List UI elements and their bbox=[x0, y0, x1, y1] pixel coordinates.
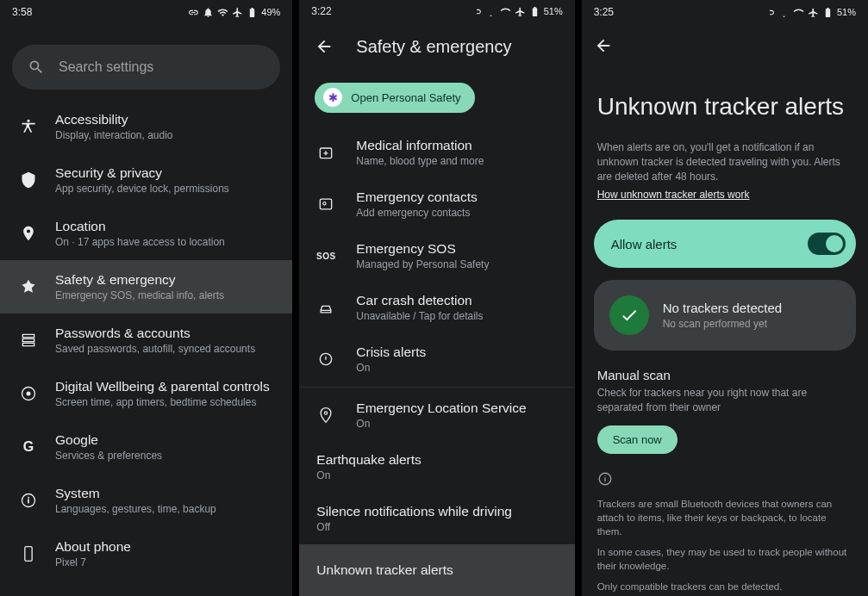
svg-point-10 bbox=[325, 412, 328, 414]
battery-percent: 51% bbox=[837, 7, 856, 17]
toggle-label: Allow alerts bbox=[611, 237, 678, 251]
item-title: Emergency SOS bbox=[356, 241, 489, 257]
search-settings[interactable]: Search settings bbox=[12, 45, 280, 90]
status-icons: 49% bbox=[188, 7, 280, 18]
item-sub: App security, device lock, permissions bbox=[55, 183, 229, 195]
manual-scan-sub: Check for trackers near you right now th… bbox=[582, 384, 868, 424]
dnd-icon bbox=[778, 7, 790, 18]
item-title: Security & privacy bbox=[55, 165, 229, 181]
item-security[interactable]: Security & privacyApp security, device l… bbox=[0, 153, 292, 207]
item-crash[interactable]: Car crash detectionUnavailable / Tap for… bbox=[299, 282, 574, 333]
shield-check-icon bbox=[609, 295, 649, 335]
item-tracker-alerts[interactable]: Unknown tracker alerts bbox=[299, 544, 574, 596]
item-sub: Services & preferences bbox=[55, 450, 162, 462]
card-sub: No scan performed yet bbox=[663, 318, 782, 330]
item-sub: Managed by Personal Safety bbox=[356, 258, 489, 270]
item-sub: Languages, gestures, time, backup bbox=[55, 503, 216, 515]
item-title: Car crash detection bbox=[356, 293, 483, 308]
item-crisis[interactable]: Crisis alertsOn bbox=[299, 333, 574, 385]
status-card: No trackers detected No scan performed y… bbox=[594, 280, 856, 351]
item-title: About phone bbox=[55, 539, 131, 555]
item-sub: Add emergency contacts bbox=[356, 207, 477, 219]
safety-app-icon: ✱ bbox=[323, 88, 342, 107]
item-driving[interactable]: Silence notifications while drivingOff bbox=[299, 493, 574, 544]
status-bar: 3:22 51% bbox=[299, 0, 574, 20]
item-title: Silence notifications while driving bbox=[316, 504, 512, 519]
header: Safety & emergency bbox=[299, 20, 574, 72]
clock: 3:22 bbox=[311, 5, 331, 17]
tracker-alerts-screen: 3:25 51% Unknown tracker alerts When ale… bbox=[582, 0, 868, 596]
item-sos[interactable]: SOS Emergency SOSManaged by Personal Saf… bbox=[299, 230, 574, 282]
battery-percent: 51% bbox=[544, 6, 563, 16]
status-bar: 3:58 49% bbox=[0, 0, 292, 21]
settings-list: AccessibilityDisplay, interaction, audio… bbox=[0, 100, 292, 580]
airplane-icon bbox=[515, 6, 526, 17]
page-title: Safety & emergency bbox=[356, 37, 511, 57]
item-medical[interactable]: Medical informationName, blood type and … bbox=[299, 127, 574, 178]
vpn-icon bbox=[188, 7, 199, 18]
search-placeholder: Search settings bbox=[59, 59, 153, 75]
item-sub: On bbox=[316, 469, 422, 481]
personal-safety-chip[interactable]: ✱ Open Personal Safety bbox=[315, 83, 474, 113]
item-sub: Unavailable / Tap for details bbox=[356, 310, 483, 322]
info-p2: In some cases, they may be used to track… bbox=[582, 538, 868, 573]
phone-icon bbox=[20, 545, 37, 562]
shield-icon bbox=[20, 171, 37, 189]
status-icons: 51% bbox=[471, 6, 563, 17]
info-p3: Only compatible trackers can be detected… bbox=[582, 573, 868, 593]
item-sub: On bbox=[356, 362, 426, 374]
settings-main-screen: 3:58 49% Search settings AccessibilityDi… bbox=[0, 0, 292, 596]
clock: 3:25 bbox=[594, 6, 614, 18]
item-title: Safety & emergency bbox=[55, 272, 224, 288]
item-about[interactable]: About phonePixel 7 bbox=[0, 527, 292, 580]
battery-icon bbox=[247, 7, 258, 18]
allow-alerts-toggle[interactable]: Allow alerts bbox=[594, 220, 856, 268]
item-passwords[interactable]: Passwords & accountsSaved passwords, aut… bbox=[0, 314, 292, 367]
item-sub: On · 17 apps have access to location bbox=[55, 236, 225, 248]
item-location[interactable]: LocationOn · 17 apps have access to loca… bbox=[0, 207, 292, 260]
wellbeing-icon bbox=[20, 385, 37, 402]
item-system[interactable]: SystemLanguages, gestures, time, backup bbox=[0, 474, 292, 527]
medical-info-icon bbox=[317, 144, 334, 161]
key-icon bbox=[20, 332, 37, 349]
item-contacts[interactable]: Emergency contactsAdd emergency contacts bbox=[299, 178, 574, 230]
scan-now-button[interactable]: Scan now bbox=[597, 425, 678, 454]
sos-icon: SOS bbox=[316, 251, 336, 261]
item-title: Unknown tracker alerts bbox=[316, 562, 453, 578]
item-sub: Screen time, app timers, bedtime schedul… bbox=[55, 396, 270, 408]
back-icon[interactable] bbox=[594, 36, 613, 55]
divider bbox=[299, 387, 574, 388]
item-sub: Display, interaction, audio bbox=[55, 129, 173, 141]
status-bar: 3:25 51% bbox=[582, 0, 868, 21]
clock: 3:58 bbox=[12, 6, 32, 18]
item-wellbeing[interactable]: Digital Wellbeing & parental controlsScr… bbox=[0, 367, 292, 420]
info-p1: Trackers are small Bluetooth devices tha… bbox=[582, 490, 868, 538]
item-title: Emergency Location Service bbox=[356, 400, 526, 416]
safety-list: Medical informationName, blood type and … bbox=[299, 127, 574, 596]
item-title: Emergency contacts bbox=[356, 189, 477, 205]
item-earthquake[interactable]: Earthquake alertsOn bbox=[299, 441, 574, 493]
svg-rect-5 bbox=[25, 547, 32, 562]
svg-rect-3 bbox=[28, 499, 29, 503]
item-title: Earthquake alerts bbox=[316, 452, 422, 468]
battery-icon bbox=[822, 7, 834, 18]
item-sub: Saved passwords, autofill, synced accoun… bbox=[55, 343, 255, 355]
crisis-icon bbox=[317, 351, 334, 368]
airplane-icon bbox=[808, 7, 819, 18]
svg-point-8 bbox=[323, 202, 326, 205]
item-title: Digital Wellbeing & parental controls bbox=[55, 379, 270, 394]
card-title: No trackers detected bbox=[663, 301, 782, 315]
vpn-icon bbox=[471, 6, 482, 17]
item-sub: Pixel 7 bbox=[55, 556, 131, 568]
car-crash-icon bbox=[317, 299, 334, 316]
item-accessibility[interactable]: AccessibilityDisplay, interaction, audio bbox=[0, 100, 292, 153]
help-link[interactable]: How unknown tracker alerts work bbox=[582, 189, 868, 213]
item-google[interactable]: G GoogleServices & preferences bbox=[0, 420, 292, 474]
wifi-icon bbox=[217, 7, 228, 18]
item-safety-emergency[interactable]: Safety & emergencyEmergency SOS, medical… bbox=[0, 260, 292, 314]
switch-on[interactable] bbox=[808, 233, 846, 255]
location-icon bbox=[20, 225, 37, 242]
item-els[interactable]: Emergency Location ServiceOn bbox=[299, 389, 574, 441]
description: When alerts are on, you'll get a notific… bbox=[582, 130, 868, 189]
back-icon[interactable] bbox=[315, 37, 334, 56]
